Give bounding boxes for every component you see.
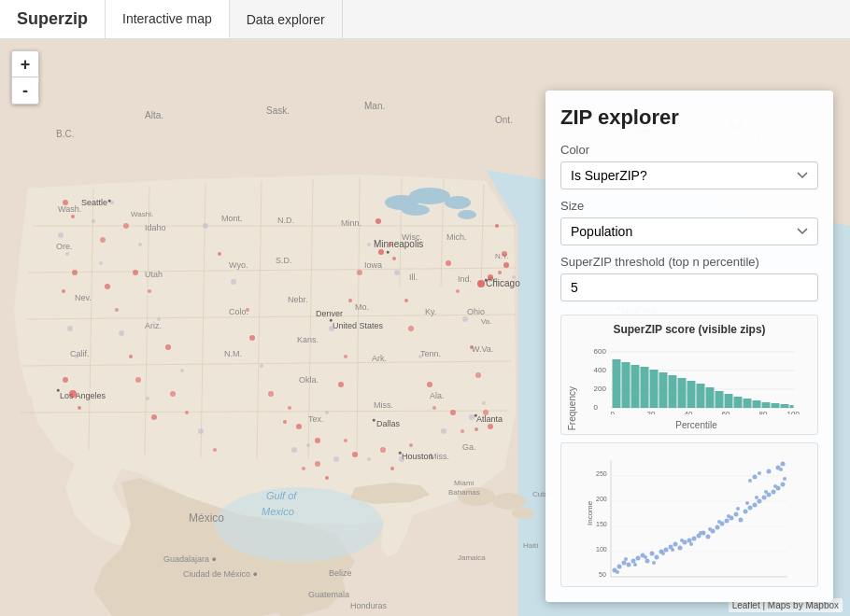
color-label: Color (560, 143, 818, 157)
svg-point-112 (71, 215, 75, 218)
svg-point-164 (470, 345, 474, 349)
svg-point-279 (744, 510, 748, 514)
svg-point-197 (450, 410, 456, 415)
svg-point-301 (736, 507, 740, 511)
svg-text:100: 100 (596, 546, 607, 553)
svg-text:Ark.: Ark. (372, 354, 387, 363)
svg-point-268 (692, 537, 697, 541)
svg-text:Ont.: Ont. (495, 115, 513, 125)
svg-point-202 (498, 271, 502, 274)
app-title: Superzip (0, 0, 106, 38)
color-select[interactable]: Is SuperZIP? Centile score College educa… (560, 161, 818, 189)
svg-text:60: 60 (722, 410, 730, 414)
svg-text:Calif.: Calif. (70, 349, 90, 358)
svg-point-180 (129, 355, 133, 358)
svg-text:Ind.: Ind. (458, 274, 472, 284)
svg-rect-218 (659, 372, 668, 408)
svg-point-196 (409, 443, 413, 447)
svg-point-149 (348, 299, 352, 302)
map-area[interactable]: B.C. Alta. Sask. Man. Ont. Que. N.B. P.E… (0, 39, 850, 616)
svg-rect-219 (669, 375, 677, 408)
svg-text:0: 0 (594, 403, 599, 412)
svg-point-117 (67, 326, 73, 331)
tab-data-explorer[interactable]: Data explorer (230, 0, 343, 38)
svg-text:250: 250 (596, 470, 607, 477)
svg-text:N.D.: N.D. (277, 216, 294, 225)
svg-text:Ciudad de México ●: Ciudad de México ● (183, 569, 258, 579)
tab-interactive-map[interactable]: Interactive map (106, 0, 230, 38)
svg-point-256 (636, 556, 641, 561)
svg-point-4 (458, 210, 476, 219)
threshold-input[interactable] (560, 273, 818, 301)
svg-point-119 (63, 377, 68, 383)
svg-point-288 (616, 570, 619, 574)
svg-rect-224 (715, 391, 724, 408)
svg-point-265 (678, 546, 683, 551)
svg-point-115 (72, 270, 78, 275)
svg-point-122 (110, 201, 114, 204)
svg-text:Guatemala: Guatemala (308, 590, 349, 599)
svg-point-199 (469, 414, 475, 420)
svg-point-275 (725, 519, 730, 524)
svg-point-307 (753, 475, 758, 480)
svg-point-9 (512, 508, 534, 519)
svg-point-160 (441, 428, 446, 434)
svg-text:United States: United States (333, 321, 384, 330)
svg-point-168 (495, 224, 499, 228)
svg-text:Guadalajara ●: Guadalajara ● (163, 554, 217, 564)
svg-point-135 (218, 252, 221, 256)
svg-point-312 (758, 471, 761, 475)
svg-point-203 (503, 262, 509, 268)
svg-point-302 (745, 501, 749, 505)
svg-point-283 (762, 496, 767, 500)
svg-point-130 (170, 391, 176, 397)
svg-point-306 (783, 477, 786, 481)
svg-text:200: 200 (596, 496, 607, 502)
svg-point-255 (631, 559, 636, 564)
svg-point-171 (392, 257, 396, 260)
svg-text:Honduras: Honduras (350, 601, 388, 610)
svg-text:Bahamas: Bahamas (448, 488, 480, 497)
svg-point-116 (62, 289, 65, 293)
zoom-in-button[interactable]: + (12, 51, 38, 77)
size-select[interactable]: Population Area None (560, 217, 818, 245)
svg-text:B.C.: B.C. (56, 129, 74, 139)
histogram-container: SuperZIP score (visible zips) Frequency … (560, 315, 818, 435)
svg-point-2 (409, 188, 450, 204)
svg-point-174 (92, 219, 95, 223)
svg-point-163 (462, 316, 468, 322)
svg-text:150: 150 (596, 521, 607, 527)
histogram-y-label: Frequency (567, 386, 577, 430)
svg-point-170 (378, 249, 384, 255)
svg-point-152 (375, 218, 381, 224)
svg-rect-226 (734, 397, 743, 408)
svg-point-147 (344, 355, 347, 358)
svg-text:Mich.: Mich. (446, 232, 467, 242)
svg-point-290 (633, 563, 637, 567)
svg-text:Alta.: Alta. (145, 110, 163, 120)
svg-text:Ore.: Ore. (56, 242, 73, 251)
svg-point-127 (157, 317, 161, 321)
svg-point-311 (748, 479, 752, 483)
svg-text:Tex.: Tex. (308, 414, 324, 424)
svg-text:Dallas: Dallas (376, 419, 401, 428)
svg-rect-220 (678, 378, 687, 408)
svg-point-175 (100, 237, 106, 243)
svg-point-178 (115, 308, 119, 312)
svg-text:Colo.: Colo. (229, 307, 248, 316)
svg-point-124 (138, 243, 142, 246)
svg-point-278 (739, 518, 744, 523)
svg-point-148 (329, 326, 334, 331)
svg-text:N.M.: N.M. (224, 349, 242, 358)
svg-rect-232 (790, 405, 794, 408)
svg-point-151 (367, 243, 371, 246)
svg-point-155 (404, 299, 408, 302)
zoom-out-button[interactable]: - (12, 77, 38, 104)
svg-point-282 (758, 499, 762, 504)
svg-point-167 (488, 424, 493, 429)
svg-rect-225 (725, 394, 733, 408)
svg-point-8 (492, 493, 526, 510)
svg-rect-222 (697, 384, 705, 408)
svg-point-137 (246, 308, 249, 312)
svg-text:S.D.: S.D. (276, 256, 292, 265)
